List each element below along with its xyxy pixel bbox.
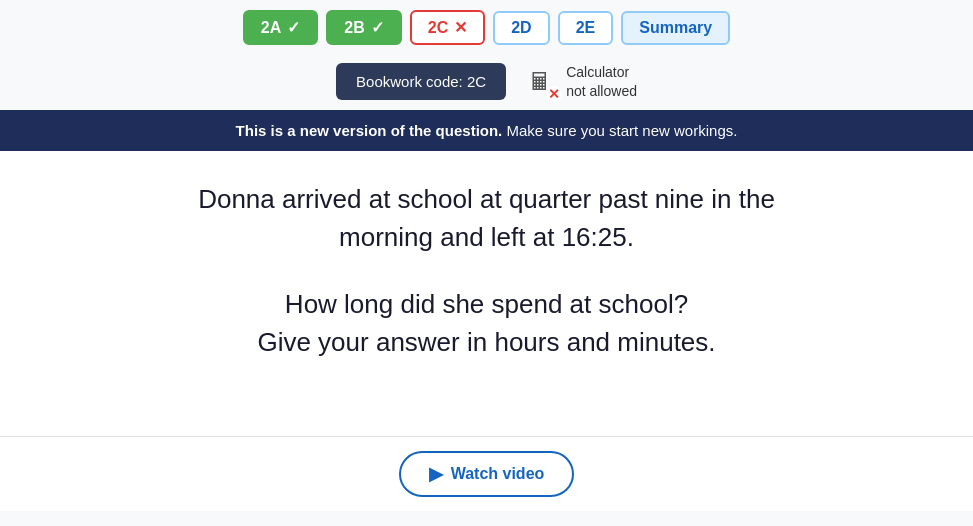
nav-btn-2d[interactable]: 2D xyxy=(493,11,549,45)
main-content: Donna arrived at school at quarter past … xyxy=(0,151,973,511)
question-paragraph-2: How long did she spend at school? Give y… xyxy=(77,286,897,361)
watch-video-label: Watch video xyxy=(451,465,545,483)
bookwork-row: Bookwork code: 2C 🖩 ✕ Calculator not all… xyxy=(0,55,973,110)
question-line2: morning and left at 16:25. xyxy=(339,222,634,252)
question-line3: How long did she spend at school? xyxy=(285,289,688,319)
nav-label-summary: Summary xyxy=(639,19,712,37)
question-area: Donna arrived at school at quarter past … xyxy=(0,151,973,436)
video-play-icon: ▶ xyxy=(429,463,443,485)
question-line4: Give your answer in hours and minutes. xyxy=(257,327,715,357)
notice-bold: This is a new version of the question. xyxy=(236,122,503,139)
check-icon-2a: ✓ xyxy=(287,18,300,37)
calculator-subtitle: not allowed xyxy=(566,82,637,100)
nav-label-2b: 2B xyxy=(344,19,364,37)
nav-btn-2a[interactable]: 2A ✓ xyxy=(243,10,318,45)
nav-btn-2b[interactable]: 2B ✓ xyxy=(326,10,401,45)
x-icon-2c: ✕ xyxy=(454,18,467,37)
check-icon-2b: ✓ xyxy=(371,18,384,37)
bookwork-code: Bookwork code: 2C xyxy=(336,63,506,100)
question-paragraph-1: Donna arrived at school at quarter past … xyxy=(77,181,897,256)
nav-btn-summary[interactable]: Summary xyxy=(621,11,730,45)
nav-label-2c: 2C xyxy=(428,19,448,37)
calculator-text: Calculator not allowed xyxy=(566,63,637,99)
notice-rest: Make sure you start new workings. xyxy=(506,122,737,139)
nav-btn-2e[interactable]: 2E xyxy=(558,11,614,45)
watch-video-button[interactable]: ▶ Watch video xyxy=(399,451,575,497)
nav-label-2d: 2D xyxy=(511,19,531,37)
calculator-x-icon: ✕ xyxy=(546,86,562,102)
calculator-icon-wrap: 🖩 ✕ xyxy=(522,64,558,100)
nav-label-2e: 2E xyxy=(576,19,596,37)
nav-label-2a: 2A xyxy=(261,19,281,37)
calculator-title: Calculator xyxy=(566,63,637,81)
question-line1: Donna arrived at school at quarter past … xyxy=(198,184,775,214)
question-nav: 2A ✓ 2B ✓ 2C ✕ 2D 2E Summary xyxy=(0,0,973,55)
bottom-bar: ▶ Watch video xyxy=(0,436,973,511)
notice-bar: This is a new version of the question. M… xyxy=(0,110,973,151)
nav-btn-2c[interactable]: 2C ✕ xyxy=(410,10,485,45)
calculator-badge: 🖩 ✕ Calculator not allowed xyxy=(522,63,637,99)
